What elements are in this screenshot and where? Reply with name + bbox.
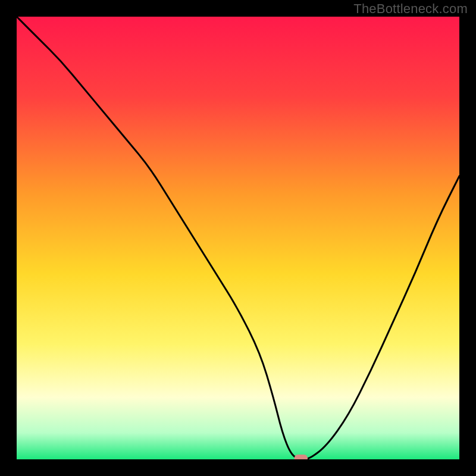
watermark-label: TheBottleneck.com xyxy=(353,1,468,17)
optimal-marker xyxy=(295,455,308,459)
chart-frame: TheBottleneck.com xyxy=(0,0,476,476)
plot-area xyxy=(17,17,459,459)
gradient-background xyxy=(17,17,459,459)
bottleneck-curve-chart xyxy=(17,17,459,459)
